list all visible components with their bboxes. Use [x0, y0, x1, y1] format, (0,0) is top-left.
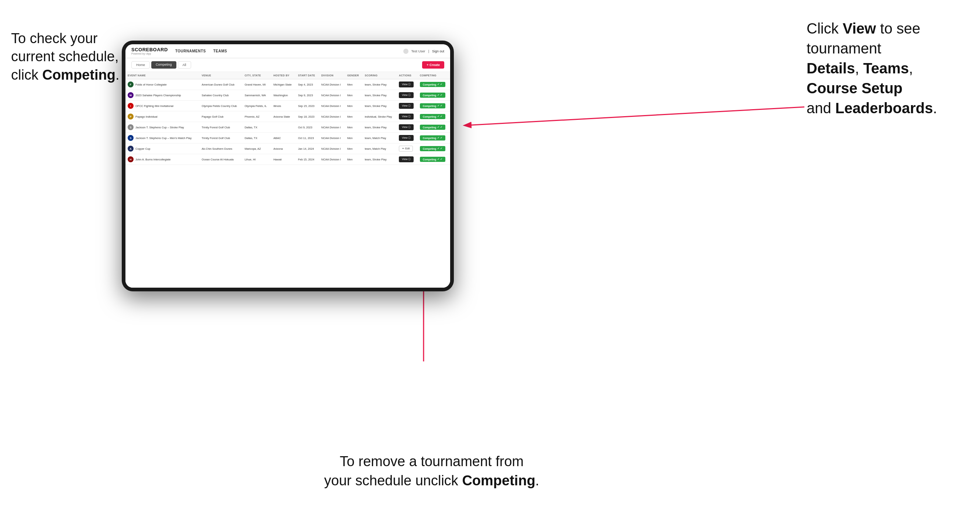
competing-badge[interactable]: Competing ✓ [420, 135, 446, 141]
cell-event-name: W 2023 Sahalee Players Championship [126, 90, 200, 101]
view-button[interactable]: View ⓘ [399, 103, 414, 109]
col-actions: ACTIONS [397, 72, 417, 79]
competing-badge[interactable]: Competing ✓ [420, 114, 446, 119]
view-button[interactable]: View ⓘ [399, 81, 414, 87]
cell-division: NCAA Division I [319, 133, 345, 143]
cell-competing: Competing ✓ [418, 122, 450, 133]
cell-hosted-by: Arizona [271, 143, 296, 154]
nav-teams[interactable]: TEAMS [213, 49, 227, 53]
annotation-line2: current schedule, [11, 49, 119, 64]
table-row: A Copper Cup Ak-Chin Southern Dunes Mari… [126, 143, 450, 154]
competing-badge[interactable]: Competing ✓ [420, 125, 446, 130]
competing-badge[interactable]: Competing ✓ [420, 146, 446, 151]
event-name-text: 2023 Sahalee Players Championship [135, 94, 181, 97]
cell-competing: Competing ✓ [418, 101, 450, 111]
cell-venue: Papago Golf Club [200, 111, 242, 122]
team-logo: F [128, 81, 134, 87]
cell-venue: American Dunes Golf Club [200, 79, 242, 90]
event-name-text: Jackson T. Stephens Cup – Stroke Play [135, 126, 184, 129]
check-icon: ✓ [437, 137, 442, 140]
app-logo: SCOREBOARD Powered by clipp [131, 47, 168, 55]
cell-gender: Men [345, 154, 362, 165]
app-header: SCOREBOARD Powered by clipp TOURNAMENTS … [126, 44, 450, 58]
check-icon: ✓ [437, 83, 442, 86]
event-name-text: Copper Cup [135, 147, 150, 151]
check-icon: ✓ [437, 158, 442, 161]
table-row: W 2023 Sahalee Players Championship Saha… [126, 90, 450, 101]
team-logo: I [128, 103, 134, 109]
view-button[interactable]: View ⓘ [399, 114, 414, 119]
team-logo: S [128, 124, 134, 130]
cell-venue: Sahalee Country Club [200, 90, 242, 101]
event-name-text: Papago Individual [135, 115, 158, 118]
cell-venue: Olympia Fields Country Club [200, 101, 242, 111]
col-event-name: EVENT NAME [126, 72, 200, 79]
create-button[interactable]: + Create [422, 61, 444, 68]
team-logo: W [128, 92, 134, 98]
col-scoring: SCORING [362, 72, 397, 79]
tab-all[interactable]: All [178, 61, 191, 68]
cell-city-state: Lihue, HI [242, 154, 271, 165]
annotation-line3: click [11, 67, 42, 83]
cell-start-date: Feb 15, 2024 [296, 154, 319, 165]
cell-competing: Competing ✓ [418, 90, 450, 101]
view-button[interactable]: View ⓘ [399, 124, 414, 130]
cell-city-state: Maricopa, AZ [242, 143, 271, 154]
tabs: Home Competing All [131, 61, 191, 68]
cell-hosted-by: Arizona State [271, 111, 296, 122]
separator: | [428, 49, 429, 53]
tablet: SCOREBOARD Powered by clipp TOURNAMENTS … [122, 41, 454, 291]
tablet-screen: SCOREBOARD Powered by clipp TOURNAMENTS … [126, 44, 450, 288]
competing-badge[interactable]: Competing ✓ [420, 103, 446, 108]
team-logo: A [128, 146, 134, 152]
cell-city-state: Phoenix, AZ [242, 111, 271, 122]
cell-division: NCAA Division I [319, 101, 345, 111]
table-row: H John A. Burns Intercollegiate Ocean Co… [126, 154, 450, 165]
scoreboard-logo-text: SCOREBOARD [131, 47, 168, 52]
view-button[interactable]: View ⓘ [399, 92, 414, 98]
cell-hosted-by: ABAC [271, 133, 296, 143]
cell-hosted-by: Illinois [271, 101, 296, 111]
annotation-competing-bold: Competing [42, 67, 115, 83]
header-right: Test User | Sign out [403, 49, 444, 54]
cell-actions: View ⓘ [397, 111, 417, 122]
cell-hosted-by: Michigan State [271, 79, 296, 90]
table-row: S Jackson T. Stephens Cup – Men's Match … [126, 133, 450, 143]
cell-gender: Men [345, 79, 362, 90]
nav-tournaments[interactable]: TOURNAMENTS [175, 49, 206, 53]
team-logo: H [128, 156, 134, 162]
cell-actions: ✏ Edit [397, 143, 417, 154]
cell-competing: Competing ✓ [418, 133, 450, 143]
cell-division: NCAA Division I [319, 154, 345, 165]
user-name: Test User [411, 49, 425, 53]
competing-badge[interactable]: Competing ✓ [420, 157, 446, 162]
view-button[interactable]: View ⓘ [399, 135, 414, 141]
cell-scoring: individual, Stroke Play [362, 111, 397, 122]
team-logo: P [128, 114, 134, 119]
view-button[interactable]: View ⓘ [399, 156, 414, 162]
check-icon: ✓ [437, 126, 442, 129]
edit-button[interactable]: ✏ Edit [399, 146, 413, 152]
cell-start-date: Jan 14, 2024 [296, 143, 319, 154]
tab-bar: Home Competing All + Create [126, 58, 450, 72]
cell-event-name: A Copper Cup [126, 143, 200, 154]
cell-gender: Men [345, 133, 362, 143]
cell-hosted-by: Hawaii [271, 154, 296, 165]
cell-start-date: Sep 9, 2023 [296, 90, 319, 101]
cell-actions: View ⓘ [397, 133, 417, 143]
check-icon: ✓ [437, 104, 442, 107]
tab-home[interactable]: Home [131, 61, 150, 68]
cell-competing: Competing ✓ [418, 111, 450, 122]
tab-competing[interactable]: Competing [151, 61, 177, 68]
competing-badge[interactable]: Competing ✓ [420, 82, 446, 87]
cell-actions: View ⓘ [397, 154, 417, 165]
cell-venue: Ak-Chin Southern Dunes [200, 143, 242, 154]
sign-out-link[interactable]: Sign out [432, 49, 444, 53]
competing-badge[interactable]: Competing ✓ [420, 92, 446, 98]
table-container: EVENT NAME VENUE CITY, STATE HOSTED BY S… [126, 72, 450, 288]
cell-scoring: team, Stroke Play [362, 90, 397, 101]
col-hosted-by: HOSTED BY [271, 72, 296, 79]
annotation-top-left: To check your current schedule, click Co… [11, 30, 137, 84]
cell-gender: Men [345, 101, 362, 111]
table-row: P Papago Individual Papago Golf Club Pho… [126, 111, 450, 122]
